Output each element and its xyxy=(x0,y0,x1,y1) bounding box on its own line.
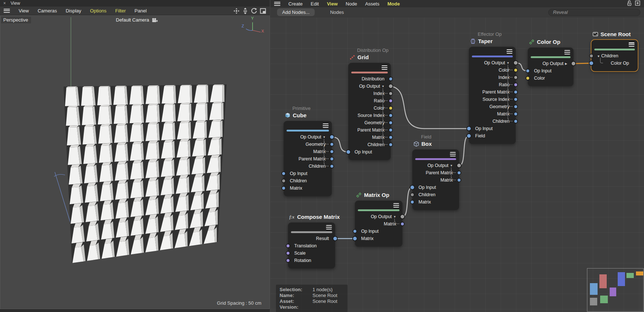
menu-item-node-view[interactable]: View xyxy=(327,1,337,7)
port-dot-op-output[interactable] xyxy=(457,163,462,168)
node-box[interactable]: Op Output▼Parent MatrixMatrixOp InputChi… xyxy=(412,149,459,210)
port-dot-result[interactable] xyxy=(333,236,338,241)
menu-item-view-options[interactable]: Options xyxy=(90,8,106,14)
port-dot-parent-matrix[interactable] xyxy=(330,157,334,161)
menu-item-view-view[interactable]: View xyxy=(19,8,29,14)
node-grid[interactable]: DistributionOp Output▼IndexRatioColorSou… xyxy=(348,63,391,160)
node-cube[interactable]: Op Output▼GeometryMatrixParent MatrixChi… xyxy=(284,121,332,196)
port-dot-op-input[interactable] xyxy=(346,149,351,155)
port-dot-index[interactable] xyxy=(389,91,393,96)
port-dot-geometry[interactable] xyxy=(514,104,518,109)
port-caret-icon[interactable]: ▶ xyxy=(565,62,567,65)
port-dot-geometry[interactable] xyxy=(330,142,334,147)
navigator-minimap[interactable] xyxy=(587,268,644,312)
port-dot-color-op[interactable] xyxy=(589,61,594,66)
port-dot-op-output[interactable] xyxy=(329,134,334,140)
port-caret-icon[interactable]: ▼ xyxy=(450,164,453,167)
close-icon[interactable]: × xyxy=(3,1,6,5)
axis-gizmo[interactable]: Y Z X xyxy=(242,17,264,35)
port-dot-matrix[interactable] xyxy=(410,200,414,204)
port-dot-op-input[interactable] xyxy=(410,185,415,190)
port-caret-icon[interactable]: ▼ xyxy=(393,215,396,218)
menu-item-view-cameras[interactable]: Cameras xyxy=(38,8,57,14)
node-menu-icon[interactable] xyxy=(564,50,570,54)
node-canvas[interactable]: PrimitiveCube Op Output▼GeometryMatrixPa… xyxy=(270,18,644,312)
node-menu-icon[interactable] xyxy=(507,49,512,54)
port-dot-matrix[interactable] xyxy=(389,135,393,140)
port-dot-matrix[interactable] xyxy=(400,222,405,226)
port-dot-matrix[interactable] xyxy=(352,236,357,241)
menu-item-view-display[interactable]: Display xyxy=(66,8,82,14)
node-menu-icon[interactable] xyxy=(629,42,634,47)
port-dot-op-input[interactable] xyxy=(281,171,286,176)
reveal-search-input[interactable] xyxy=(548,9,640,16)
port-dot-children[interactable] xyxy=(410,193,414,197)
port-dot-matrix[interactable] xyxy=(457,178,461,182)
node-menu-icon[interactable] xyxy=(323,123,329,128)
node-colorop[interactable]: Op Output▶Op InputColor xyxy=(528,47,573,86)
menu-item-node-mode[interactable]: Mode xyxy=(387,1,400,7)
node-menu-icon[interactable] xyxy=(393,203,399,208)
camera-selector[interactable]: Default Camera xyxy=(116,17,158,23)
port-dot-children[interactable] xyxy=(514,119,518,123)
node-compose[interactable]: ResultTranslationScaleRotation xyxy=(288,222,335,269)
port-dot-color[interactable] xyxy=(526,76,530,80)
port-caret-icon[interactable]: ▼ xyxy=(382,85,384,88)
port-dot-parent-matrix[interactable] xyxy=(514,90,518,94)
lock-icon[interactable] xyxy=(627,0,632,7)
node-menu-icon[interactable] xyxy=(450,152,456,156)
port-dot-geometry[interactable] xyxy=(389,121,393,125)
port-dot-source-index[interactable] xyxy=(514,97,518,102)
port-dot-ratio[interactable] xyxy=(389,99,393,103)
port-dot-rotation[interactable] xyxy=(286,258,290,263)
menu-item-node-node[interactable]: Node xyxy=(346,1,357,7)
expander-icon[interactable]: ▾ xyxy=(598,54,599,58)
menu-item-view-filter[interactable]: Filter xyxy=(115,8,126,14)
port-dot-distribution[interactable] xyxy=(389,77,393,81)
hamburger-menu-icon[interactable] xyxy=(274,2,280,6)
port-dot-index[interactable] xyxy=(514,75,518,80)
node-menu-icon[interactable] xyxy=(326,225,332,229)
node-sceneroot[interactable]: ▾ChildrenColor Op xyxy=(591,40,638,71)
tab-nodes[interactable]: Nodes xyxy=(330,9,344,15)
menu-item-node-assets[interactable]: Assets xyxy=(365,1,379,7)
port-dot-children[interactable] xyxy=(389,142,393,147)
add-panel-icon[interactable] xyxy=(635,0,640,7)
menu-item-node-create[interactable]: Create xyxy=(288,1,303,7)
port-caret-icon[interactable]: ▼ xyxy=(323,136,326,139)
port-dot-source-index[interactable] xyxy=(389,113,393,118)
port-dot-matrix[interactable] xyxy=(330,149,334,154)
port-dot-ratio[interactable] xyxy=(514,83,518,87)
port-dot-op-input[interactable] xyxy=(466,126,471,131)
3d-viewport[interactable]: Perspective Default Camera Y Z X Grid Sp… xyxy=(0,15,270,309)
port-caret-icon[interactable]: ▼ xyxy=(507,61,509,65)
port-dot-color[interactable] xyxy=(389,106,393,110)
dolly-view-icon[interactable] xyxy=(242,8,248,14)
port-dot-op-input[interactable] xyxy=(526,69,530,73)
port-dot-op-output[interactable] xyxy=(513,60,518,65)
port-dot-children[interactable] xyxy=(589,54,594,58)
add-nodes-button[interactable]: Add Nodes... xyxy=(277,8,315,16)
node-matrixop[interactable]: Op Output▼MatrixOp InputMatrix xyxy=(355,201,402,247)
hamburger-menu-icon[interactable] xyxy=(4,9,10,13)
port-dot-translation[interactable] xyxy=(286,244,290,248)
tree-row[interactable]: Color Op xyxy=(591,60,638,67)
port-dot-parent-matrix[interactable] xyxy=(389,128,393,132)
port-dot-op-output[interactable] xyxy=(400,214,405,219)
port-dot-op-output[interactable] xyxy=(388,84,393,89)
menu-item-view-panel[interactable]: Panel xyxy=(135,8,147,14)
node-menu-icon[interactable] xyxy=(382,65,387,70)
port-dot-parent-matrix[interactable] xyxy=(457,171,461,175)
port-dot-children[interactable] xyxy=(330,164,334,168)
port-dot-children[interactable] xyxy=(281,179,286,183)
menu-item-node-edit[interactable]: Edit xyxy=(311,1,319,7)
port-dot-op-input[interactable] xyxy=(353,229,357,233)
port-dot-color[interactable] xyxy=(514,68,518,72)
pan-view-icon[interactable] xyxy=(233,8,240,14)
port-dot-matrix[interactable] xyxy=(514,112,518,116)
port-dot-op-output[interactable] xyxy=(571,61,576,66)
tree-row[interactable]: ▾Children xyxy=(591,52,638,60)
node-taper[interactable]: Op Output▼ColorIndexRatioParent MatrixSo… xyxy=(469,47,516,144)
maximize-view-icon[interactable] xyxy=(260,8,266,14)
port-dot-scale[interactable] xyxy=(286,251,290,255)
